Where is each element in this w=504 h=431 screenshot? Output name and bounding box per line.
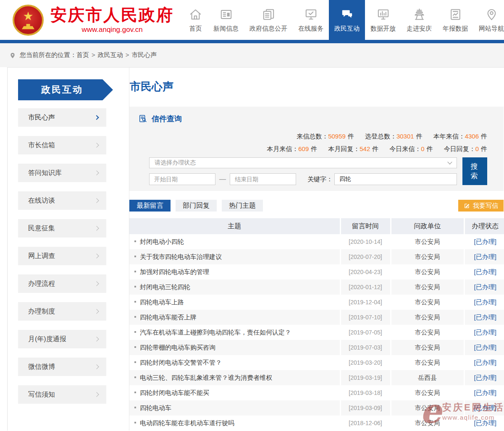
sidebar-item[interactable]: 写信须知 — [18, 385, 106, 404]
stat-value: 0 — [421, 145, 424, 152]
write-letter-button[interactable]: 我要写信 — [458, 200, 504, 212]
stat-unit: 件 — [372, 145, 378, 152]
sidebar-item[interactable]: 月(年)度通报 — [18, 330, 106, 348]
nav-item-report[interactable]: 年报数据 — [437, 0, 473, 40]
sidebar-item-label: 办理制度 — [28, 307, 55, 316]
status-link[interactable]: [已办理] — [474, 268, 496, 275]
sidebar-item-label: 写信须知 — [28, 390, 55, 399]
keyword-input[interactable] — [334, 173, 457, 185]
subject-link[interactable]: 汽车在机动车道上碰擦到电动四轮车，责任如何认定？ — [140, 329, 291, 336]
nav-item-pagoda[interactable]: 走进安庆 — [401, 0, 437, 40]
status-cell: [已办理] — [464, 279, 504, 295]
unit-cell: 市公安局 — [391, 234, 464, 249]
breadcrumb-link[interactable]: 政民互动 — [98, 51, 123, 58]
status-link[interactable]: [已办理] — [474, 329, 496, 336]
status-link[interactable]: [已办理] — [474, 298, 496, 306]
subject-link[interactable]: 四轮封闭电动车交警管不管？ — [140, 359, 222, 366]
table-header-row: 主题留言时间问政单位办理状态 — [129, 218, 504, 234]
subject-cell: 四轮封闭电动车能不能买 — [129, 385, 340, 400]
bullet-icon — [134, 392, 136, 393]
status-link[interactable]: [已办理] — [474, 419, 496, 426]
table-row: 四轮电动车[2019-03-09]市公安局[已办理] — [129, 400, 504, 415]
main-content: 市民心声 信件查询 来信总数：50959件选登总数：30301件本年来信：430… — [129, 68, 504, 431]
subject-link[interactable]: 四轮电动车 — [140, 404, 171, 411]
sidebar-item-label: 月(年)度通报 — [28, 335, 66, 344]
nav-item-chat[interactable]: 政民互动 — [329, 0, 365, 40]
tab-3[interactable]: 热门主题 — [222, 200, 263, 212]
subject-link[interactable]: 电动三轮、四轮车乱象谁来管？谁为消费者维权 — [140, 374, 272, 381]
chevron-down-icon — [447, 159, 452, 164]
sidebar-item[interactable]: 微信微博 — [18, 358, 106, 376]
stat-item: 本月回复：542件 — [328, 145, 378, 152]
status-link[interactable]: [已办理] — [474, 389, 496, 396]
sidebar-item[interactable]: 民意征集 — [18, 219, 106, 238]
stat-value: 4306 — [465, 133, 479, 140]
column-header: 主题 — [129, 218, 340, 234]
subject-link[interactable]: 四轮封闭电动车能不能买 — [140, 389, 209, 396]
sidebar-item[interactable]: 市长信箱 — [18, 136, 106, 154]
subject-cell: 加强对四轮电动车的管理 — [129, 264, 340, 279]
date-cell: [2020-01-12] — [340, 279, 391, 295]
stat-label: 本年来信： — [433, 133, 465, 140]
search-button[interactable]: 搜 索 — [462, 157, 487, 185]
subject-link[interactable]: 封闭电动小四轮 — [140, 238, 184, 245]
sidebar-item[interactable]: 答问知识库 — [18, 164, 106, 182]
stat-unit: 件 — [481, 133, 487, 140]
page-title: 市民心声 — [130, 79, 504, 94]
status-link[interactable]: [已办理] — [474, 404, 496, 411]
status-cell: [已办理] — [464, 264, 504, 279]
status-cell: [已办理] — [464, 325, 504, 340]
nav-item-govinfo[interactable]: 政府信息公开 — [244, 0, 293, 40]
start-date-input[interactable] — [149, 173, 215, 185]
subject-link[interactable]: 四轮带棚的电动车购买咨询 — [140, 344, 215, 351]
bullet-icon — [134, 407, 136, 408]
bullet-icon — [134, 376, 136, 378]
status-link[interactable]: [已办理] — [474, 374, 496, 381]
tab-2[interactable]: 部门回复 — [176, 200, 217, 212]
sidebar-item[interactable]: 市民心声 — [18, 108, 106, 127]
nav-item-pin[interactable]: 网站导航 — [473, 0, 504, 40]
status-select[interactable]: 请选择办理状态 — [149, 157, 457, 168]
nav-item-label: 在线服务 — [298, 25, 323, 33]
documents-icon — [262, 8, 276, 22]
status-link[interactable]: [已办理] — [474, 283, 496, 290]
stat-item: 本年来信：4306件 — [433, 133, 487, 140]
subject-link[interactable]: 加强对四轮电动车的管理 — [140, 268, 209, 275]
subject-link[interactable]: 封闭电动三轮四轮 — [140, 283, 190, 290]
site-brand[interactable]: ★ 安庆市人民政府 www.anqing.gov.cn — [13, 0, 181, 40]
nav-item-home[interactable]: 首页 — [183, 0, 208, 40]
status-link[interactable]: [已办理] — [474, 344, 496, 351]
stat-value: 50959 — [328, 133, 346, 140]
nav-item-data[interactable]: 数据开放 — [365, 0, 401, 40]
table-row: 封闭电动三轮四轮[2020-01-12]市公安局[已办理] — [129, 279, 504, 295]
bullet-icon — [134, 286, 136, 287]
status-link[interactable]: [已办理] — [474, 313, 496, 321]
nav-item-news[interactable]: 新闻信息 — [208, 0, 244, 40]
status-link[interactable]: [已办理] — [474, 253, 496, 260]
status-cell: [已办理] — [464, 355, 504, 370]
site-name: 安庆市人民政府 — [50, 6, 174, 25]
tab-1[interactable]: 最新留言 — [129, 200, 171, 212]
subject-link[interactable]: 四轮电动车能否上牌 — [140, 313, 197, 321]
unit-cell: 市公安局 — [391, 279, 464, 295]
status-link[interactable]: [已办理] — [474, 238, 496, 245]
subject-cell: 电动四轮车能在非机动车道行驶吗 — [129, 415, 340, 431]
subject-link[interactable]: 关于我市四轮电动车治理建议 — [140, 253, 222, 260]
end-date-input[interactable] — [230, 173, 296, 185]
sidebar-item[interactable]: 在线访谈 — [18, 191, 106, 210]
column-header: 办理状态 — [464, 218, 504, 234]
subject-link[interactable]: 电动四轮车能在非机动车道行驶吗 — [140, 419, 234, 426]
unit-cell: 市公安局 — [391, 355, 464, 370]
sidebar-item[interactable]: 办理制度 — [18, 302, 106, 321]
date-cell: [2018-12-06] — [340, 415, 391, 431]
breadcrumb-link[interactable]: 市民心声 — [132, 51, 157, 58]
stat-label: 今日回复： — [444, 145, 475, 152]
sidebar-item[interactable]: 网上调查 — [18, 247, 106, 265]
stat-label: 来信总数： — [297, 133, 328, 140]
breadcrumb-link[interactable]: 首页 — [76, 51, 89, 58]
subject-link[interactable]: 四轮电动车上路 — [140, 298, 184, 306]
sidebar-item[interactable]: 办理流程 — [18, 274, 106, 293]
nav-item-service[interactable]: 在线服务 — [293, 0, 329, 40]
tabs-row: 最新留言部门回复热门主题 我要写信 — [129, 200, 504, 212]
status-link[interactable]: [已办理] — [474, 359, 496, 366]
